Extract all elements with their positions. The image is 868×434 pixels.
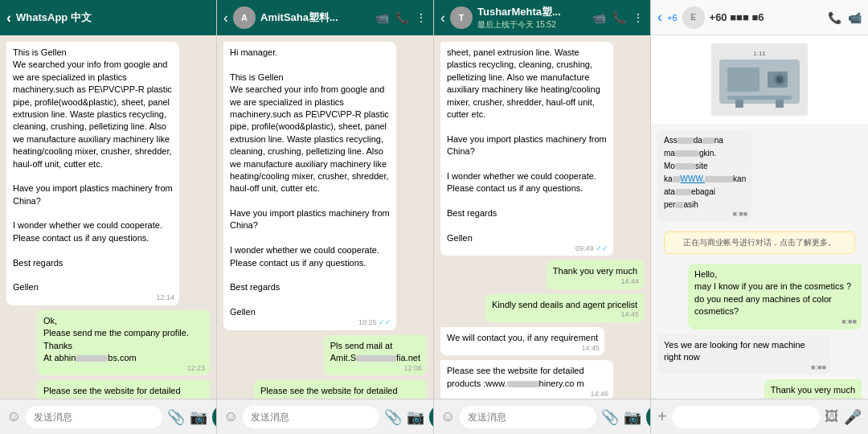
msg-bubble: Please see the website for detailed prod…	[254, 380, 427, 399]
camera-icon[interactable]: 📷	[407, 408, 424, 426]
msg-time: ✓✓	[844, 395, 857, 399]
msg-bubble: Hi manager.This is GellenWe searched you…	[223, 42, 396, 330]
contact-image-section: 1:11	[651, 35, 868, 124]
message-input[interactable]	[460, 406, 596, 428]
msg-time: 14:44	[620, 276, 639, 287]
panel4-input-bar: + 🖼 🎤	[651, 399, 868, 434]
panel4-header: ‹ +6 E +60 ■■■ ■6 📞 📹	[651, 0, 868, 35]
panel3-messages: sheet, panel extrusion line. Waste plast…	[434, 35, 650, 399]
msg-bubble: Kindly send deails and agent pricelist 1…	[485, 294, 644, 322]
svg-point-5	[776, 76, 783, 83]
panel2-messages: Hi manager.This is GellenWe searched you…	[217, 35, 433, 399]
panel2-input-bar: ☺ 📎 📷 🎤	[217, 399, 433, 434]
phone-icon[interactable]: 📞	[395, 11, 409, 24]
panel4-title: +60 ■■■ ■6	[710, 11, 828, 23]
back-icon[interactable]: ‹	[223, 10, 228, 27]
msg-time: ■:■■	[841, 317, 857, 327]
machine-svg: 1:11	[711, 43, 808, 116]
msg-time: 14:45	[582, 343, 600, 354]
panel4-messages: Assdana magkin. Mosite kaWWW.kan ataebag…	[651, 124, 868, 399]
panel2-title: AmitSaha塑料...	[260, 10, 375, 25]
panel-contact: ‹ +6 E +60 ■■■ ■6 📞 📹 1:11	[651, 0, 868, 434]
plus-icon[interactable]: +	[657, 407, 667, 426]
panel1-input-bar: ☺ 📎 📷 🎤	[0, 399, 216, 434]
video-icon[interactable]: 📹	[848, 11, 862, 24]
avatar: E	[682, 6, 705, 29]
camera-icon[interactable]: 📷	[624, 408, 641, 426]
msg-bubble: This is GellenWe searched your info from…	[6, 42, 179, 305]
emoji-icon[interactable]: ☺	[440, 408, 455, 425]
message-input[interactable]	[672, 406, 820, 428]
msg-bubble: Assdana magkin. Mosite kaWWW.kan ataebag…	[657, 130, 752, 222]
panel3-input-bar: ☺ 📎 📷 🎤	[434, 399, 650, 434]
panel-whatsapp-chinese: ‹ WhatsApp 中文 This is GellenWe searched …	[0, 0, 217, 434]
more-icon[interactable]: ⋮	[416, 11, 427, 24]
svg-rect-2	[727, 68, 760, 92]
msg-bubble: Hello,may I know if you are in the cosme…	[688, 264, 862, 330]
emoji-icon[interactable]: ☺	[223, 408, 238, 425]
attach-icon[interactable]: 📎	[601, 408, 619, 426]
panel1-messages: This is GellenWe searched your info from…	[0, 35, 216, 399]
msg-bubble: Yes we are looking for new machine right…	[657, 334, 831, 375]
msg-time: 12:23	[186, 363, 205, 374]
attach-icon[interactable]: 📎	[167, 408, 185, 426]
phone-icon[interactable]: 📞	[612, 11, 626, 24]
emoji-icon[interactable]: ☺	[6, 408, 21, 425]
panel2-header: ‹ A AmitSaha塑料... 📹 📞 ⋮	[217, 0, 433, 35]
panel3-title: TusharMehta塑...	[477, 5, 592, 19]
camera-icon[interactable]: 📷	[190, 408, 207, 426]
svg-rect-6	[727, 96, 792, 100]
msg-time: 12:06	[403, 363, 422, 374]
mic-icon[interactable]: 🎤	[844, 408, 862, 426]
message-input[interactable]	[243, 406, 379, 428]
back-icon[interactable]: ‹	[657, 9, 662, 26]
business-notice[interactable]: 正在与商业帐号进行对话，点击了解更多。	[664, 231, 855, 254]
msg-bubble: Please see the website for detailed prod…	[440, 360, 613, 399]
avatar: A	[233, 6, 256, 29]
message-input[interactable]	[26, 406, 162, 428]
msg-time: ■:■■	[811, 362, 826, 373]
back-icon[interactable]: ‹	[440, 10, 445, 27]
machine-image: 1:11	[711, 43, 808, 116]
msg-bubble: Ok,Please send me the company profile. T…	[37, 310, 210, 376]
msg-bubble: Thank you very much ✓✓	[764, 379, 862, 399]
avatar: T	[450, 6, 473, 29]
attach-icon[interactable]: 📎	[384, 408, 402, 426]
msg-time: 14:46	[591, 389, 609, 399]
msg-time: 14:45	[620, 309, 639, 320]
msg-bubble: Please see the website for detailed prod…	[37, 380, 210, 399]
video-icon[interactable]: 📹	[375, 11, 389, 24]
msg-bubble: Pls send mail atAmit.Sfia.net 12:06	[324, 335, 427, 376]
panel1-header: ‹ WhatsApp 中文	[0, 0, 216, 35]
video-icon[interactable]: 📹	[592, 11, 606, 24]
panel-tusharmehta: ‹ T TusharMehta塑... 最后上线于今天 15:52 📹 📞 ⋮ …	[434, 0, 651, 434]
msg-bubble: We will contact you, if any requirement …	[440, 327, 604, 355]
msg-bubble: Thank you very much 14:44	[547, 260, 644, 289]
back-icon[interactable]: ‹	[6, 10, 11, 27]
msg-time: 10:25 ✓✓	[358, 317, 391, 328]
panel3-subtitle: 最后上线于今天 15:52	[477, 19, 592, 31]
more-icon[interactable]: ⋮	[633, 11, 644, 24]
contact-count: +6	[667, 13, 678, 23]
msg-time: ■:■■	[732, 209, 747, 219]
panel1-title: WhatsApp 中文	[16, 10, 210, 25]
panel-amitsaha: ‹ A AmitSaha塑料... 📹 📞 ⋮ Hi manager.This …	[217, 0, 434, 434]
msg-time: 09:49 ✓✓	[575, 244, 608, 254]
svg-text:1:11: 1:11	[753, 50, 766, 57]
svg-rect-8	[776, 100, 784, 108]
gallery-icon[interactable]: 🖼	[825, 408, 839, 425]
svg-rect-7	[735, 100, 743, 108]
panel3-header: ‹ T TusharMehta塑... 最后上线于今天 15:52 📹 📞 ⋮	[434, 0, 650, 35]
phone-icon[interactable]: 📞	[828, 11, 841, 24]
msg-time: 12:14	[157, 293, 175, 303]
msg-bubble: sheet, panel extrusion line. Waste plast…	[440, 42, 613, 256]
